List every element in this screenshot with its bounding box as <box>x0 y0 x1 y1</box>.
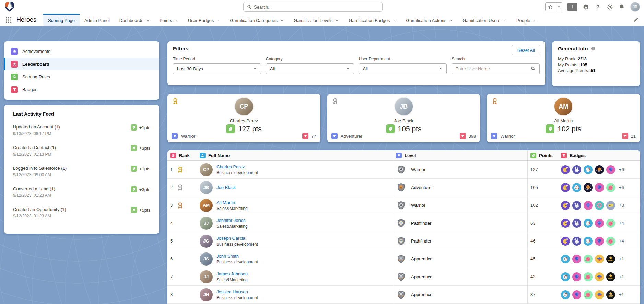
user-name-link[interactable]: Charles Perez <box>216 164 258 169</box>
badge-diamond-icon[interactable] <box>584 201 593 210</box>
points-cell: 45 <box>527 250 558 268</box>
time-period-select[interactable]: Last 30 Days <box>173 63 261 74</box>
tab-user-badges[interactable]: User Badges <box>183 14 225 26</box>
badge-diamond-icon[interactable] <box>572 255 581 263</box>
badge-grad-icon[interactable] <box>595 290 604 299</box>
badge-diamond-icon[interactable] <box>572 290 581 299</box>
badge-palette-icon[interactable] <box>584 219 593 228</box>
edit-navigation-button[interactable] <box>631 14 641 26</box>
user-search-input[interactable] <box>455 66 528 71</box>
help-button[interactable] <box>594 3 601 10</box>
tab-dashboards[interactable]: Dashboards <box>115 14 155 26</box>
badge-piggy-icon[interactable] <box>584 290 593 299</box>
global-actions-button[interactable] <box>567 3 577 11</box>
tab-gamification-categories[interactable]: Gamification Categories <box>225 14 289 26</box>
tab-gamification-badges[interactable]: Gamification Badges <box>344 14 401 26</box>
badge-piggy-icon[interactable] <box>584 255 593 263</box>
badge-piggy-icon[interactable] <box>606 183 615 192</box>
badge-pacman-icon[interactable] <box>561 219 570 228</box>
badge-piggy-icon[interactable] <box>606 219 615 228</box>
badge-palette-icon[interactable] <box>584 165 593 174</box>
global-search[interactable] <box>243 2 383 12</box>
app-launcher-button[interactable] <box>3 14 14 26</box>
setup-button[interactable] <box>606 3 613 10</box>
sidebar-item-achievements[interactable]: Achievements <box>4 45 159 58</box>
notifications-button[interactable] <box>618 3 625 10</box>
badge-best-icon[interactable]: BEST <box>606 290 615 299</box>
badge-grad-icon[interactable] <box>595 272 604 281</box>
user-name-link[interactable]: Jessica Hansen <box>216 289 258 294</box>
badge-best-icon[interactable]: BEST <box>606 272 615 281</box>
trophy-icon <box>11 86 18 93</box>
level-label: Apprentice <box>411 256 432 261</box>
tab-scoring-page[interactable]: Scoring Page <box>43 14 80 26</box>
gem-icon <box>172 133 178 139</box>
tab-people[interactable]: People <box>512 14 541 26</box>
badge-rabbit-icon[interactable] <box>572 237 581 246</box>
avatar: AM <box>200 199 213 212</box>
info-icon[interactable] <box>590 46 596 51</box>
rank-number: 5 <box>170 238 173 244</box>
badge-space-icon[interactable] <box>584 183 593 192</box>
trailhead-button[interactable] <box>582 3 589 10</box>
tab-label: Dashboards <box>119 18 143 23</box>
badges-cell: BEST +1 <box>558 268 640 285</box>
user-name-link[interactable]: Jennifer Jones <box>216 218 248 223</box>
tab-gamification-users[interactable]: Gamification Users <box>458 14 512 26</box>
badge-pacman-icon[interactable] <box>561 237 570 246</box>
user-name-link[interactable]: Ali Martin <box>216 200 248 205</box>
badge-pacman-icon[interactable] <box>561 183 570 192</box>
global-search-input[interactable] <box>254 4 379 10</box>
level-cell: Apprentice <box>393 250 527 268</box>
sidebar-item-badges[interactable]: Badges <box>4 83 159 96</box>
info-value: 51 <box>590 68 595 73</box>
badge-palette-icon[interactable] <box>561 272 570 281</box>
favorites-star-button[interactable] <box>545 2 555 11</box>
badge-piggy-icon[interactable] <box>584 272 593 281</box>
badge-space-icon[interactable] <box>595 165 604 174</box>
badge-best-icon[interactable]: BEST <box>606 255 615 263</box>
avatar: JJ <box>200 217 213 230</box>
user-department-select[interactable]: All <box>359 63 447 74</box>
badge-palette-icon[interactable] <box>572 183 581 192</box>
badge-ticket-icon[interactable] <box>606 201 615 210</box>
badge-diamond-icon[interactable] <box>595 237 604 246</box>
badge-pacman-icon[interactable] <box>561 165 570 174</box>
sidebar-item-scoring-rules[interactable]: Scoring Rules <box>4 70 159 83</box>
badge-palette-icon[interactable] <box>584 237 593 246</box>
level-shield-icon <box>396 200 406 211</box>
badge-diamond-icon[interactable] <box>572 272 581 281</box>
badge-rabbit-icon[interactable] <box>572 201 581 210</box>
badge-pacman-icon[interactable] <box>561 201 570 210</box>
avatar: CP <box>200 163 213 176</box>
tab-gamification-levels[interactable]: Gamification Levels <box>289 14 344 26</box>
badge-piggy-icon[interactable] <box>606 237 615 246</box>
category-select[interactable]: All <box>266 63 354 74</box>
badge-diamond-icon[interactable] <box>595 219 604 228</box>
badge-diamond-icon[interactable] <box>595 183 604 192</box>
badge-rabbit-icon[interactable] <box>572 165 581 174</box>
tab-gamification-actions[interactable]: Gamification Actions <box>401 14 458 26</box>
tab-points[interactable]: Points <box>155 14 183 26</box>
sidebar-item-leaderboard[interactable]: Leaderboard <box>4 58 159 70</box>
favorites-menu-button[interactable] <box>555 2 562 11</box>
badge-diamond-icon[interactable] <box>606 165 615 174</box>
user-name-link[interactable]: John Smith <box>216 254 258 259</box>
app-logo-icon <box>4 1 15 12</box>
svg-text:BEST: BEST <box>609 277 613 279</box>
badge-grad-icon[interactable] <box>595 255 604 263</box>
badge-count: 77 <box>311 134 316 139</box>
chevron-down-icon <box>503 18 507 22</box>
reset-all-button[interactable]: Reset All <box>512 45 540 55</box>
badge-palette-icon[interactable] <box>561 255 570 263</box>
badge-rabbit-icon[interactable] <box>572 219 581 228</box>
user-name-link[interactable]: James Johnson <box>216 271 248 277</box>
user-name-link[interactable]: Joe Black <box>216 185 236 190</box>
badge-palette-icon[interactable] <box>561 290 570 299</box>
leaf-icon <box>546 124 554 133</box>
user-name-link[interactable]: Joseph Garcia <box>216 236 258 241</box>
tab-admin-panel[interactable]: Admin Panel <box>80 14 115 26</box>
tab-label: Gamification Users <box>462 18 500 23</box>
badge-donut-icon[interactable] <box>595 201 604 210</box>
user-avatar[interactable]: JB <box>630 2 640 12</box>
